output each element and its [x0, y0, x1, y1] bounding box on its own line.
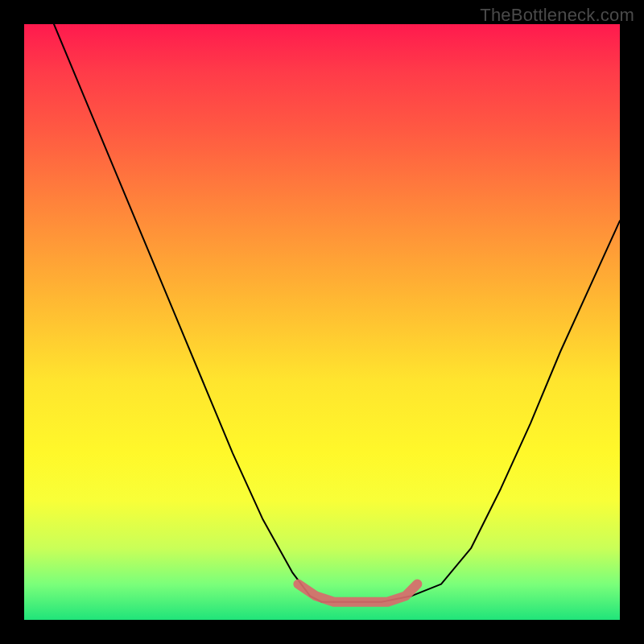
- series-group: [54, 24, 620, 602]
- chart-frame: TheBottleneck.com: [0, 0, 644, 644]
- series-left-arm: [54, 24, 334, 602]
- series-right-arm: [334, 221, 620, 602]
- series-valley-highlight: [298, 584, 417, 602]
- attribution-label: TheBottleneck.com: [480, 5, 634, 26]
- chart-svg: [24, 24, 620, 620]
- plot-area: [24, 24, 620, 620]
